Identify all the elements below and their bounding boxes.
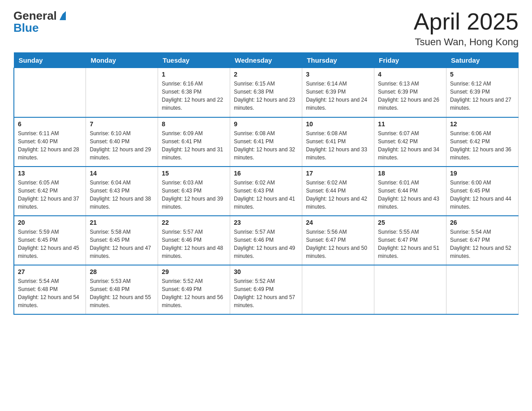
- logo-icon: [58, 11, 68, 21]
- calendar-cell: 16Sunrise: 6:02 AMSunset: 6:43 PMDayligh…: [230, 167, 302, 216]
- calendar-cell: 26Sunrise: 5:54 AMSunset: 6:47 PMDayligh…: [446, 216, 519, 265]
- page-header: General Blue April 2025 Tsuen Wan, Hong …: [13, 9, 519, 48]
- day-info: Sunrise: 6:08 AMSunset: 6:41 PMDaylight:…: [306, 129, 370, 162]
- day-number: 6: [18, 120, 82, 128]
- calendar-week-row: 1Sunrise: 6:16 AMSunset: 6:38 PMDaylight…: [14, 68, 519, 117]
- calendar-cell: 5Sunrise: 6:12 AMSunset: 6:39 PMDaylight…: [446, 68, 519, 117]
- calendar-week-row: 13Sunrise: 6:05 AMSunset: 6:42 PMDayligh…: [14, 167, 519, 216]
- calendar-cell: 20Sunrise: 5:59 AMSunset: 6:45 PMDayligh…: [14, 216, 86, 265]
- calendar-cell: 15Sunrise: 6:03 AMSunset: 6:43 PMDayligh…: [158, 167, 230, 216]
- header-wednesday: Wednesday: [230, 53, 302, 68]
- calendar-cell: 4Sunrise: 6:13 AMSunset: 6:39 PMDaylight…: [374, 68, 446, 117]
- calendar-cell: [446, 265, 519, 314]
- day-number: 15: [162, 170, 226, 177]
- day-info: Sunrise: 6:06 AMSunset: 6:42 PMDaylight:…: [450, 129, 515, 162]
- day-info: Sunrise: 6:09 AMSunset: 6:41 PMDaylight:…: [162, 129, 226, 162]
- day-number: 4: [378, 71, 442, 78]
- day-info: Sunrise: 5:56 AMSunset: 6:47 PMDaylight:…: [306, 228, 370, 260]
- calendar-cell: 1Sunrise: 6:16 AMSunset: 6:38 PMDaylight…: [158, 68, 230, 117]
- day-number: 1: [162, 71, 226, 78]
- calendar-cell: 24Sunrise: 5:56 AMSunset: 6:47 PMDayligh…: [302, 216, 374, 265]
- day-number: 14: [90, 170, 154, 177]
- header-friday: Friday: [374, 53, 446, 68]
- calendar-cell: 17Sunrise: 6:02 AMSunset: 6:44 PMDayligh…: [302, 167, 374, 216]
- day-info: Sunrise: 5:59 AMSunset: 6:45 PMDaylight:…: [18, 228, 82, 260]
- day-info: Sunrise: 6:08 AMSunset: 6:41 PMDaylight:…: [234, 129, 298, 162]
- day-info: Sunrise: 5:54 AMSunset: 6:48 PMDaylight:…: [18, 277, 82, 309]
- calendar-cell: 9Sunrise: 6:08 AMSunset: 6:41 PMDaylight…: [230, 117, 302, 167]
- calendar-cell: 2Sunrise: 6:15 AMSunset: 6:38 PMDaylight…: [230, 68, 302, 117]
- day-number: 2: [234, 71, 298, 78]
- calendar-cell: 28Sunrise: 5:53 AMSunset: 6:48 PMDayligh…: [86, 265, 158, 314]
- day-number: 30: [234, 268, 298, 275]
- calendar-cell: 30Sunrise: 5:52 AMSunset: 6:49 PMDayligh…: [230, 265, 302, 314]
- title-area: April 2025 Tsuen Wan, Hong Kong: [414, 9, 519, 48]
- day-number: 5: [450, 71, 515, 78]
- day-info: Sunrise: 6:07 AMSunset: 6:42 PMDaylight:…: [378, 129, 442, 162]
- day-number: 25: [378, 219, 442, 226]
- calendar-week-row: 27Sunrise: 5:54 AMSunset: 6:48 PMDayligh…: [14, 265, 519, 314]
- calendar-cell: 10Sunrise: 6:08 AMSunset: 6:41 PMDayligh…: [302, 117, 374, 167]
- day-number: 26: [450, 219, 515, 226]
- day-number: 9: [234, 120, 298, 128]
- day-number: 12: [450, 120, 515, 128]
- day-info: Sunrise: 5:54 AMSunset: 6:47 PMDaylight:…: [450, 228, 515, 260]
- day-info: Sunrise: 6:13 AMSunset: 6:39 PMDaylight:…: [378, 80, 442, 112]
- header-tuesday: Tuesday: [158, 53, 230, 68]
- day-info: Sunrise: 6:05 AMSunset: 6:42 PMDaylight:…: [18, 179, 82, 211]
- calendar-cell: 27Sunrise: 5:54 AMSunset: 6:48 PMDayligh…: [14, 265, 86, 314]
- day-info: Sunrise: 6:16 AMSunset: 6:38 PMDaylight:…: [162, 80, 226, 112]
- day-number: 24: [306, 219, 370, 226]
- month-year-title: April 2025: [414, 9, 519, 34]
- day-number: 16: [234, 170, 298, 177]
- day-info: Sunrise: 6:02 AMSunset: 6:43 PMDaylight:…: [234, 179, 298, 211]
- day-number: 23: [234, 219, 298, 226]
- day-info: Sunrise: 6:02 AMSunset: 6:44 PMDaylight:…: [306, 179, 370, 211]
- calendar-week-row: 20Sunrise: 5:59 AMSunset: 6:45 PMDayligh…: [14, 216, 519, 265]
- day-number: 19: [450, 170, 515, 177]
- header-saturday: Saturday: [446, 53, 519, 68]
- day-number: 3: [306, 71, 370, 78]
- day-number: 18: [378, 170, 442, 177]
- day-info: Sunrise: 5:57 AMSunset: 6:46 PMDaylight:…: [162, 228, 226, 260]
- day-info: Sunrise: 6:12 AMSunset: 6:39 PMDaylight:…: [450, 80, 515, 112]
- day-info: Sunrise: 5:55 AMSunset: 6:47 PMDaylight:…: [378, 228, 442, 260]
- day-info: Sunrise: 5:52 AMSunset: 6:49 PMDaylight:…: [234, 277, 298, 309]
- calendar-cell: 25Sunrise: 5:55 AMSunset: 6:47 PMDayligh…: [374, 216, 446, 265]
- day-number: 29: [162, 268, 226, 275]
- header-thursday: Thursday: [302, 53, 374, 68]
- day-info: Sunrise: 6:00 AMSunset: 6:45 PMDaylight:…: [450, 179, 515, 211]
- location-subtitle: Tsuen Wan, Hong Kong: [414, 36, 519, 48]
- day-info: Sunrise: 5:58 AMSunset: 6:45 PMDaylight:…: [90, 228, 154, 260]
- calendar-cell: 22Sunrise: 5:57 AMSunset: 6:46 PMDayligh…: [158, 216, 230, 265]
- day-number: 28: [90, 268, 154, 275]
- day-number: 21: [90, 219, 154, 226]
- calendar-cell: 18Sunrise: 6:01 AMSunset: 6:44 PMDayligh…: [374, 167, 446, 216]
- calendar-header-row: SundayMondayTuesdayWednesdayThursdayFrid…: [14, 53, 519, 68]
- day-number: 17: [306, 170, 370, 177]
- day-info: Sunrise: 6:01 AMSunset: 6:44 PMDaylight:…: [378, 179, 442, 211]
- day-info: Sunrise: 6:14 AMSunset: 6:39 PMDaylight:…: [306, 80, 370, 112]
- day-info: Sunrise: 5:57 AMSunset: 6:46 PMDaylight:…: [234, 228, 298, 260]
- calendar-cell: 29Sunrise: 5:52 AMSunset: 6:49 PMDayligh…: [158, 265, 230, 314]
- calendar-cell: 11Sunrise: 6:07 AMSunset: 6:42 PMDayligh…: [374, 117, 446, 167]
- calendar-cell: [14, 68, 86, 117]
- day-info: Sunrise: 6:03 AMSunset: 6:43 PMDaylight:…: [162, 179, 226, 211]
- calendar-cell: [86, 68, 158, 117]
- calendar-cell: 3Sunrise: 6:14 AMSunset: 6:39 PMDaylight…: [302, 68, 374, 117]
- calendar-cell: 12Sunrise: 6:06 AMSunset: 6:42 PMDayligh…: [446, 117, 519, 167]
- day-info: Sunrise: 6:04 AMSunset: 6:43 PMDaylight:…: [90, 179, 154, 211]
- svg-marker-1: [63, 11, 66, 14]
- header-sunday: Sunday: [14, 53, 86, 68]
- day-info: Sunrise: 6:11 AMSunset: 6:40 PMDaylight:…: [18, 129, 82, 162]
- calendar-cell: 13Sunrise: 6:05 AMSunset: 6:42 PMDayligh…: [14, 167, 86, 216]
- calendar-cell: 7Sunrise: 6:10 AMSunset: 6:40 PMDaylight…: [86, 117, 158, 167]
- day-info: Sunrise: 5:52 AMSunset: 6:49 PMDaylight:…: [162, 277, 226, 309]
- calendar-cell: [374, 265, 446, 314]
- calendar-cell: 21Sunrise: 5:58 AMSunset: 6:45 PMDayligh…: [86, 216, 158, 265]
- day-info: Sunrise: 6:15 AMSunset: 6:38 PMDaylight:…: [234, 80, 298, 112]
- day-number: 7: [90, 120, 154, 128]
- calendar-cell: 14Sunrise: 6:04 AMSunset: 6:43 PMDayligh…: [86, 167, 158, 216]
- calendar-cell: [302, 265, 374, 314]
- calendar-cell: 8Sunrise: 6:09 AMSunset: 6:41 PMDaylight…: [158, 117, 230, 167]
